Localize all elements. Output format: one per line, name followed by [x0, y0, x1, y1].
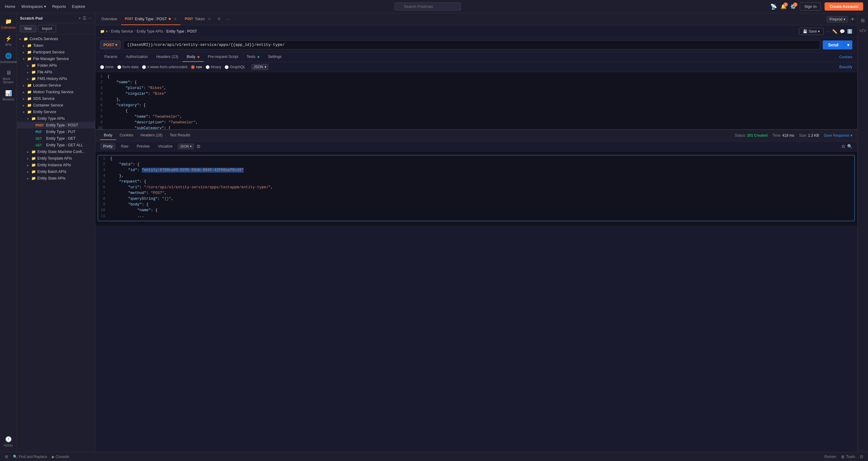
sidebar-item-monitors[interactable]: 📊 Monitors — [1, 88, 16, 103]
add-tab-button[interactable]: + — [215, 16, 223, 22]
tree-motion[interactable]: ▸ 📁 Motion Tracking Service — [17, 89, 95, 95]
tree-entitystate[interactable]: ▸ 📁 Entity State APIs — [17, 175, 95, 182]
sidebar-item-mock-servers[interactable]: 🖥 Mock Servers — [1, 67, 16, 86]
tab-body[interactable]: Body — [183, 52, 204, 62]
response-code-viewer[interactable]: 1 { 2 "data": { 3 "id": "entity:6760ca60… — [95, 151, 857, 226]
tree-participant[interactable]: ▸ 📁 Participant Service — [17, 49, 95, 56]
right-panel-icon[interactable]: ⊞ — [859, 16, 867, 25]
tree-entitytype-put[interactable]: PUT Entity Type : PUT — [17, 128, 95, 135]
nav-home[interactable]: Home — [5, 4, 16, 9]
filter-icon[interactable]: ⚙ — [196, 144, 200, 149]
tree-filemanager[interactable]: ▾ 📁 File Manager Service — [17, 56, 95, 62]
tree-token[interactable]: ▸ 📁 Token — [17, 42, 95, 49]
tab-close-button2[interactable]: ✕ — [208, 17, 211, 21]
tree-entitybatch[interactable]: ▸ 📁 Entity Batch APIs — [17, 168, 95, 175]
radio-formdata[interactable] — [117, 65, 121, 69]
find-replace-button[interactable]: 🔍 Find and Replace — [13, 455, 47, 459]
body-opt-raw[interactable]: raw — [191, 65, 202, 69]
send-dropdown-button[interactable]: ▾ — [844, 40, 852, 50]
tab-headers[interactable]: Headers (13) — [152, 52, 183, 62]
tab-overview[interactable]: Overview — [98, 13, 121, 25]
radio-none[interactable] — [100, 65, 104, 69]
tree-entitytypeapis[interactable]: ▾ 📁 Entity Type APIs — [17, 115, 95, 122]
info-icon[interactable]: ℹ️ — [847, 29, 852, 34]
url-input[interactable] — [123, 40, 820, 50]
settings-icon[interactable]: ⚙️ 1 — [790, 4, 796, 9]
bell-icon[interactable]: 🔔 2 — [780, 4, 786, 9]
radio-raw[interactable] — [191, 65, 195, 69]
sidebar-item-collections[interactable]: 📁 Collections — [1, 16, 16, 32]
tree-entitystatemachine[interactable]: ▸ 📁 Entity State Machine Confi... — [17, 148, 95, 155]
tab-more-button[interactable]: ··· — [224, 17, 232, 22]
tree-fileapis[interactable]: ▸ 📁 File APIs — [17, 69, 95, 75]
tree-entitytype-get[interactable]: GET Entity Type : GET — [17, 135, 95, 142]
res-sub-visualize[interactable]: Visualize — [155, 143, 176, 150]
tab-params[interactable]: Params — [100, 52, 122, 62]
comment-icon[interactable]: 💬 — [840, 29, 845, 34]
runner-button[interactable]: Runner — [824, 455, 836, 459]
sign-in-button[interactable]: Sign In — [800, 2, 821, 10]
radio-binary[interactable] — [206, 65, 210, 69]
res-sub-preview[interactable]: Preview — [134, 143, 153, 150]
method-selector[interactable]: POST ▾ — [100, 40, 121, 49]
search-icon[interactable]: 🔍 — [847, 144, 852, 149]
eye-icon[interactable]: 👁 — [850, 17, 855, 22]
radio-graphql[interactable] — [225, 65, 228, 69]
tree-entitytemplate[interactable]: ▸ 📁 Entity Template APIs — [17, 155, 95, 162]
res-sub-pretty[interactable]: Pretty — [100, 143, 116, 150]
sidebar-item-apis[interactable]: ⚡ APIs — [1, 33, 16, 49]
tab-tests[interactable]: Tests — [243, 52, 264, 62]
body-opt-graphql[interactable]: GraphQL — [225, 65, 245, 69]
tree-location[interactable]: ▸ 📁 Location Service — [17, 82, 95, 89]
tree-entitytype-getall[interactable]: GET Entity Type : GET ALL — [17, 142, 95, 148]
beautify-button[interactable]: Beautify — [839, 65, 852, 69]
tree-entitytype-post[interactable]: POST Entity Type : POST — [17, 122, 95, 128]
tree-coreos[interactable]: ▾ 📁 CoreOs Services — [17, 36, 95, 42]
add-collection-button[interactable]: + — [79, 16, 81, 21]
create-account-button[interactable]: Create Account — [825, 2, 863, 10]
send-button[interactable]: Send — [823, 40, 844, 50]
env-selector[interactable]: Preprod ▾ — [827, 16, 848, 23]
breadcrumb-entity-service[interactable]: Entity Service — [111, 29, 133, 33]
body-opt-formdata[interactable]: form-data — [117, 65, 139, 69]
breadcrumb-entity-type-apis[interactable]: Entity Type APIs — [136, 29, 163, 33]
expand-layout-icon[interactable]: ⊟ — [860, 454, 863, 459]
search-input[interactable] — [395, 2, 461, 10]
tree-folderapis[interactable]: ▸ 📁 Folder APIs — [17, 62, 95, 69]
tab-authorization[interactable]: Authorization — [122, 52, 152, 62]
filter-button[interactable]: ☰ — [83, 16, 87, 21]
tree-entityservice[interactable]: ▾ 📁 Entity Service — [17, 109, 95, 115]
save-response-button[interactable]: Save Response ▾ — [824, 133, 852, 137]
import-button[interactable]: Import — [38, 25, 56, 32]
console-button[interactable]: ▶ Console — [52, 455, 69, 459]
radio-urlencoded[interactable] — [142, 65, 146, 69]
body-opt-binary[interactable]: binary — [206, 65, 221, 69]
tab-prerequest[interactable]: Pre-request Script — [204, 52, 243, 62]
new-button[interactable]: New — [20, 25, 36, 32]
res-sub-raw[interactable]: Raw — [118, 143, 131, 150]
res-tab-cookies[interactable]: Cookies — [116, 131, 137, 140]
copy-icon[interactable]: ⧉ — [842, 144, 845, 149]
body-opt-none[interactable]: none — [100, 65, 114, 69]
res-tab-body[interactable]: Body — [100, 131, 116, 140]
body-format-selector[interactable]: JSON ▾ — [251, 64, 269, 70]
nav-reports[interactable]: Reports — [52, 4, 66, 9]
tree-entityinstance[interactable]: ▸ 📁 Entity Instance APIs — [17, 162, 95, 168]
tree-container[interactable]: ▸ 📁 Container Service — [17, 102, 95, 109]
response-format-selector[interactable]: JSON ▾ — [178, 144, 194, 149]
sidebar-item-environments[interactable]: 🌐 Environments — [1, 50, 16, 66]
satellite-icon[interactable]: 📡 — [770, 3, 777, 10]
tab-entitytype-post[interactable]: POST Entity Type : POST ✕ — [121, 13, 180, 25]
more-options-button[interactable]: ··· — [826, 29, 830, 34]
res-tab-testresults[interactable]: Test Results — [166, 131, 194, 140]
sidebar-item-history[interactable]: 🕐 History — [1, 434, 16, 450]
request-body-editor[interactable]: 1 { 2 "name": { 3 "plural": "Bikes", 4 "… — [95, 72, 857, 129]
save-button[interactable]: 💾 Save ▾ — [799, 28, 824, 35]
tab-token[interactable]: POST Token ✕ — [181, 13, 214, 25]
res-tab-headers[interactable]: Headers (18) — [137, 131, 166, 140]
tree-sds[interactable]: ▸ 📁 SDS Service — [17, 95, 95, 102]
tab-settings[interactable]: Settings — [264, 52, 286, 62]
body-opt-urlencoded[interactable]: x-www-form-urlencoded — [142, 65, 187, 69]
expand-icon[interactable]: ⊞ — [5, 454, 8, 459]
trash-button[interactable]: 🗑 Trash — [841, 455, 855, 459]
